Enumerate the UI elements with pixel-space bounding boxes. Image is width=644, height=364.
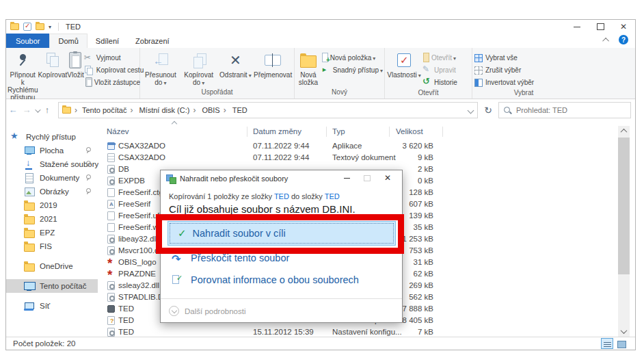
breadcrumb[interactable]: Tento počítač Místní disk (C:) OBIS TED bbox=[58, 102, 478, 118]
copy-to-icon bbox=[191, 52, 206, 68]
thumbnails-view-button[interactable] bbox=[615, 338, 627, 349]
column-header-size[interactable]: Velikost bbox=[396, 127, 423, 135]
details-view-button[interactable] bbox=[601, 338, 613, 349]
file-type-icon bbox=[107, 270, 115, 278]
close-button[interactable]: ✕ bbox=[612, 20, 635, 34]
rename-button[interactable]: Přejmenovat bbox=[253, 50, 293, 79]
replace-file-option[interactable]: ✓ Nahradit soubor v cíli bbox=[167, 221, 396, 246]
column-headers: Název Datum změny Typ Velikost bbox=[98, 126, 617, 140]
sidebar-item[interactable]: FIS bbox=[6, 239, 98, 253]
scroll-down-icon[interactable] bbox=[618, 326, 630, 337]
column-header-type[interactable]: Typ bbox=[332, 127, 345, 135]
refresh-icon bbox=[484, 104, 492, 116]
dropdown-caret-icon bbox=[452, 54, 456, 62]
dropdown-caret-icon bbox=[162, 79, 166, 86]
sidebar-item-label: Plocha bbox=[40, 146, 64, 155]
copy-icon bbox=[45, 52, 60, 68]
file-name: FreeSerif.w bbox=[118, 222, 159, 233]
new-folder-button[interactable]: Nová složka bbox=[296, 50, 321, 86]
invert-selection-button[interactable]: Invertovat výběr bbox=[474, 76, 534, 88]
tab-home[interactable]: Domů bbox=[49, 34, 87, 48]
paste-button[interactable]: Vložit bbox=[67, 50, 83, 79]
column-header-date[interactable]: Datum změny bbox=[253, 127, 301, 135]
skip-file-label: Přeskočit tento soubor bbox=[191, 252, 289, 263]
pin-indicator-icon bbox=[85, 188, 91, 194]
tab-file[interactable]: Soubor bbox=[6, 34, 49, 48]
minimize-button[interactable] bbox=[565, 20, 589, 34]
breadcrumb-item[interactable]: Místní disk (C:) bbox=[137, 105, 200, 115]
sidebar-item[interactable]: EPZ bbox=[6, 226, 98, 239]
select-none-button[interactable]: Zrušit výběr bbox=[474, 64, 534, 76]
sidebar-item[interactable]: Rychlý přístup bbox=[6, 130, 98, 144]
easy-access-button[interactable]: Snadný přístup bbox=[321, 64, 383, 76]
sidebar-item-icon bbox=[24, 261, 36, 272]
sidebar-item[interactable]: Obrázky bbox=[6, 185, 98, 198]
properties-qat-icon[interactable] bbox=[23, 23, 31, 31]
file-name: TED bbox=[118, 303, 134, 315]
sidebar-item[interactable]: 2019 bbox=[6, 198, 98, 212]
maximize-button[interactable] bbox=[589, 20, 612, 34]
sidebar-item[interactable]: 2021 bbox=[6, 212, 98, 226]
scrollbar-thumb[interactable] bbox=[618, 138, 630, 274]
file-name: FreeSerif.ctg bbox=[118, 187, 163, 198]
file-type-icon bbox=[107, 316, 115, 325]
new-item-button[interactable]: Nová položka bbox=[321, 51, 383, 64]
file-name: ssleay32.dll bbox=[118, 280, 159, 291]
pushpin-icon bbox=[16, 53, 29, 68]
sidebar-item[interactable]: Tento počítač bbox=[6, 279, 98, 293]
ribbon-group-new: Nová složka Nová položka Snadný přístup … bbox=[295, 48, 385, 99]
file-type-icon bbox=[107, 188, 115, 197]
table-row[interactable]: CSAX32ADO 07.11.2022 9:44 Aplikace 3 620… bbox=[98, 140, 635, 152]
breadcrumb-item[interactable]: TED bbox=[231, 106, 249, 114]
cut-button[interactable]: Vyjmout bbox=[84, 51, 144, 64]
search-icon bbox=[503, 106, 512, 115]
breadcrumb-item[interactable]: Tento počítač bbox=[81, 105, 137, 115]
sidebar-item[interactable]: Síť bbox=[6, 299, 98, 313]
properties-button[interactable]: Vlastnosti bbox=[386, 50, 422, 79]
file-name: EXPDB bbox=[118, 175, 145, 187]
back-icon[interactable] bbox=[6, 105, 20, 115]
qat-customize-caret-icon[interactable]: ▾ bbox=[49, 24, 51, 30]
breadcrumb-item[interactable]: OBIS bbox=[200, 105, 230, 115]
sidebar-item[interactable]: Dokumenty bbox=[6, 171, 98, 185]
vertical-scrollbar[interactable] bbox=[618, 126, 630, 337]
file-name: CSAX32ADO bbox=[118, 152, 165, 164]
refresh-button[interactable] bbox=[481, 102, 496, 118]
sidebar-item[interactable]: OneDrive bbox=[6, 259, 98, 273]
open-button[interactable]: Otevřít bbox=[422, 51, 457, 64]
help-icon[interactable]: ? bbox=[619, 35, 628, 44]
scroll-up-icon[interactable] bbox=[618, 126, 630, 136]
dialog-close-button[interactable]: ✕ bbox=[377, 170, 398, 185]
column-header-name[interactable]: Název bbox=[107, 127, 129, 135]
address-dropdown-caret-icon[interactable] bbox=[468, 107, 474, 114]
paste-shortcut-button[interactable]: Vložit zástupce bbox=[84, 76, 144, 88]
up-icon[interactable] bbox=[40, 105, 54, 115]
dialog-minimize-button[interactable] bbox=[336, 170, 357, 185]
collapse-ribbon-icon[interactable] bbox=[602, 37, 609, 44]
compare-files-option[interactable]: Porovnat informace o obou souborech bbox=[172, 274, 359, 285]
copy-path-icon bbox=[84, 65, 94, 75]
more-details-toggle[interactable]: Další podrobnosti bbox=[169, 306, 246, 316]
sidebar-item[interactable]: Stažené soubory bbox=[6, 157, 98, 171]
copy-path-button[interactable]: Kopírovat cestu bbox=[84, 64, 144, 76]
delete-button[interactable]: Odstranit bbox=[218, 50, 254, 79]
tab-view[interactable]: Zobrazení bbox=[127, 34, 178, 48]
copy-to-button[interactable]: Kopírovat do bbox=[180, 50, 218, 87]
file-type-icon bbox=[107, 235, 115, 244]
history-button[interactable]: Historie bbox=[422, 76, 457, 88]
skip-file-option[interactable]: Přeskočit tento soubor bbox=[172, 252, 289, 263]
copy-button[interactable]: Kopírovat bbox=[38, 50, 67, 79]
qat-separator bbox=[58, 23, 59, 31]
edit-button[interactable]: Upravit bbox=[422, 64, 457, 76]
move-to-button[interactable]: Přesunout do bbox=[142, 50, 180, 87]
forward-icon[interactable] bbox=[20, 105, 33, 115]
sidebar-item[interactable]: Plocha bbox=[6, 144, 98, 157]
recent-locations-caret-icon[interactable] bbox=[33, 105, 40, 115]
select-all-button[interactable]: Vybrat vše bbox=[474, 51, 534, 64]
search-input[interactable]: Prohledat: TED bbox=[498, 102, 631, 118]
tab-share[interactable]: Sdílení bbox=[88, 34, 127, 48]
window-controls: ✕ bbox=[565, 20, 635, 34]
table-row[interactable]: CSAX32ADO 07.11.2022 9:44 Textový dokume… bbox=[98, 152, 635, 164]
pin-to-quick-access-button[interactable]: Připnout k Rychlému přístupu bbox=[8, 50, 38, 101]
new-folder-qat-icon[interactable] bbox=[36, 23, 44, 30]
